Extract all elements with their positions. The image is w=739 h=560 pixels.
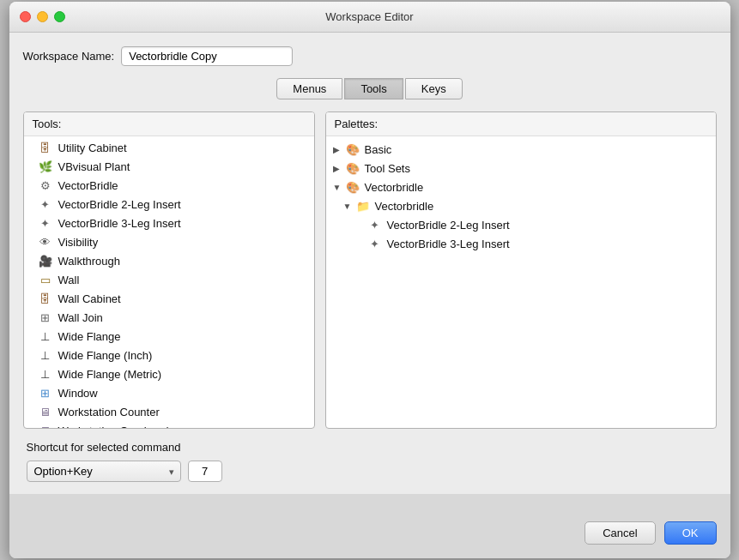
- list-item[interactable]: 👁 Visibility: [24, 232, 314, 251]
- tree-item-toolsets[interactable]: ▶ 🎨 Tool Sets: [326, 159, 716, 178]
- minimize-button[interactable]: [37, 11, 48, 22]
- palettes-tree[interactable]: ▶ 🎨 Basic ▶ 🎨 Tool Sets ▼ 🎨 Vectorbridle: [326, 136, 716, 428]
- tree-item-vb2leg[interactable]: ✦ VectorBridle 2-Leg Insert: [326, 215, 716, 234]
- folder-icon-vectorbridle: 📁: [355, 198, 371, 214]
- window-icon: ⊞: [38, 385, 53, 400]
- list-item[interactable]: ⊞ Window: [24, 383, 314, 402]
- maximize-button[interactable]: [54, 11, 65, 22]
- shortcut-select[interactable]: Option+Key Command+Key Shift+Key Control…: [27, 461, 181, 482]
- list-item[interactable]: ⊥ Wide Flange: [24, 327, 314, 346]
- wall-cabinet-label: Wall Cabinet: [58, 292, 121, 305]
- vbvisual-plant-icon: 🌿: [38, 159, 53, 174]
- tools-list[interactable]: 🗄 Utility Cabinet 🌿 VBvisual Plant ⚙ Vec…: [24, 136, 314, 428]
- vb3leg-tree-label: VectorBridle 3-Leg Insert: [387, 238, 510, 250]
- wide-flange-metric-icon: ⊥: [38, 366, 53, 382]
- list-item[interactable]: 🌿 VBvisual Plant: [24, 157, 314, 176]
- tool-icon-vb2leg: ✦: [367, 217, 383, 232]
- workstation-overhead-icon: 🖥: [38, 423, 53, 428]
- workspace-editor-window: Workspace Editor Workspace Name: Menus T…: [9, 2, 730, 558]
- window-body: Workspace Name: Menus Tools Keys Tools: …: [9, 33, 730, 558]
- wall-join-label: Wall Join: [58, 311, 103, 324]
- tab-keys[interactable]: Keys: [405, 78, 463, 99]
- wall-icon: ▭: [38, 272, 53, 287]
- list-item[interactable]: 🖥 Workstation Overhead: [24, 421, 314, 428]
- shortcut-controls: Option+Key Command+Key Shift+Key Control…: [27, 461, 713, 482]
- wide-flange-inch-label: Wide Flange (Inch): [58, 349, 153, 362]
- workspace-name-label: Workspace Name:: [23, 50, 115, 63]
- arrow-toolsets: ▶: [333, 164, 345, 173]
- cancel-button[interactable]: Cancel: [585, 521, 655, 545]
- tree-item-vectorbridle-folder[interactable]: ▼ 📁 Vectorbridle: [326, 196, 716, 215]
- workspace-name-input[interactable]: [121, 46, 293, 66]
- wide-flange-metric-label: Wide Flange (Metric): [58, 368, 162, 381]
- shortcut-key-input[interactable]: [188, 461, 222, 482]
- arrow-vectorbridle-folder: ▼: [343, 202, 355, 211]
- list-item[interactable]: ⊥ Wide Flange (Inch): [24, 346, 314, 364]
- tool-icon-vb3leg: ✦: [367, 236, 383, 251]
- workspace-name-row: Workspace Name:: [23, 46, 717, 66]
- workstation-counter-label: Workstation Counter: [58, 406, 160, 418]
- basic-label: Basic: [365, 143, 392, 156]
- shortcut-label: Shortcut for selected command: [27, 441, 713, 454]
- vectorbridle-2leg-label: VectorBridle 2-Leg Insert: [58, 198, 181, 211]
- wide-flange-label: Wide Flange: [58, 330, 121, 343]
- palette-icon-vectorbridle: 🎨: [345, 179, 360, 195]
- list-item[interactable]: 🎥 Walkthrough: [24, 251, 314, 270]
- toolsets-label: Tool Sets: [365, 162, 410, 175]
- tree-item-vectorbridle-root[interactable]: ▼ 🎨 Vectorbridle: [326, 178, 716, 196]
- shortcut-section: Shortcut for selected command Option+Key…: [23, 441, 717, 482]
- vectorbridle-root-label: Vectorbridle: [365, 181, 424, 194]
- list-item[interactable]: ✦ VectorBridle 2-Leg Insert: [24, 195, 314, 214]
- walkthrough-icon: 🎥: [38, 253, 53, 268]
- ok-button[interactable]: OK: [664, 521, 717, 545]
- window-label: Window: [58, 387, 98, 400]
- wide-flange-inch-icon: ⊥: [38, 347, 53, 363]
- list-item[interactable]: ⊞ Wall Join: [24, 308, 314, 327]
- workstation-counter-icon: 🖥: [38, 404, 53, 419]
- tabs-row: Menus Tools Keys: [23, 78, 717, 99]
- vectorbridle-folder-label: Vectorbridle: [375, 200, 434, 213]
- list-item[interactable]: ▭ Wall: [24, 270, 314, 289]
- visibility-label: Visibility: [58, 236, 99, 249]
- list-item[interactable]: ⊥ Wide Flange (Metric): [24, 364, 314, 383]
- vectorbridle-3leg-label: VectorBridle 3-Leg Insert: [58, 217, 181, 230]
- vectorbridle-2leg-icon: ✦: [38, 196, 53, 212]
- arrow-vectorbridle-root: ▼: [333, 183, 345, 192]
- main-panels: Tools: 🗄 Utility Cabinet 🌿 VBvisual Plan…: [23, 111, 717, 429]
- tree-item-basic[interactable]: ▶ 🎨 Basic: [326, 140, 716, 159]
- window-title: Workspace Editor: [325, 10, 413, 23]
- palettes-panel: Palettes: ▶ 🎨 Basic ▶ 🎨 Tool Sets ▼ �: [325, 111, 717, 429]
- close-button[interactable]: [20, 11, 31, 22]
- arrow-basic: ▶: [333, 145, 345, 154]
- list-item[interactable]: ✦ VectorBridle 3-Leg Insert: [24, 214, 314, 232]
- workstation-overhead-label: Workstation Overhead: [58, 425, 169, 429]
- list-item[interactable]: 🖥 Workstation Counter: [24, 402, 314, 421]
- vbvisual-plant-label: VBvisual Plant: [58, 160, 130, 173]
- tree-item-vb3leg[interactable]: ✦ VectorBridle 3-Leg Insert: [326, 234, 716, 253]
- vectorbridle-label: VectorBridle: [58, 179, 118, 192]
- utility-cabinet-icon: 🗄: [38, 140, 53, 155]
- wall-join-icon: ⊞: [38, 310, 53, 325]
- bottom-section: Cancel OK: [9, 494, 730, 558]
- palettes-panel-header: Palettes:: [326, 112, 716, 136]
- bottom-buttons: Cancel OK: [23, 521, 717, 545]
- list-item[interactable]: 🗄 Utility Cabinet: [24, 138, 314, 157]
- list-item[interactable]: ⚙ VectorBridle: [24, 176, 314, 195]
- vectorbridle-3leg-icon: ✦: [38, 215, 53, 231]
- tools-panel: Tools: 🗄 Utility Cabinet 🌿 VBvisual Plan…: [23, 111, 315, 429]
- wall-label: Wall: [58, 274, 80, 286]
- walkthrough-label: Walkthrough: [58, 255, 121, 268]
- vectorbridle-icon: ⚙: [38, 178, 53, 193]
- titlebar: Workspace Editor: [9, 2, 730, 33]
- visibility-icon: 👁: [38, 234, 53, 250]
- wide-flange-icon: ⊥: [38, 328, 53, 344]
- utility-cabinet-label: Utility Cabinet: [58, 142, 127, 154]
- wall-cabinet-icon: 🗄: [38, 291, 53, 306]
- tab-menus[interactable]: Menus: [276, 78, 342, 99]
- tab-tools[interactable]: Tools: [344, 78, 403, 99]
- list-item[interactable]: 🗄 Wall Cabinet: [24, 289, 314, 308]
- palette-icon-basic: 🎨: [345, 142, 360, 157]
- traffic-lights: [20, 11, 65, 22]
- shortcut-select-wrapper[interactable]: Option+Key Command+Key Shift+Key Control…: [27, 461, 181, 482]
- palette-icon-toolsets: 🎨: [345, 160, 360, 176]
